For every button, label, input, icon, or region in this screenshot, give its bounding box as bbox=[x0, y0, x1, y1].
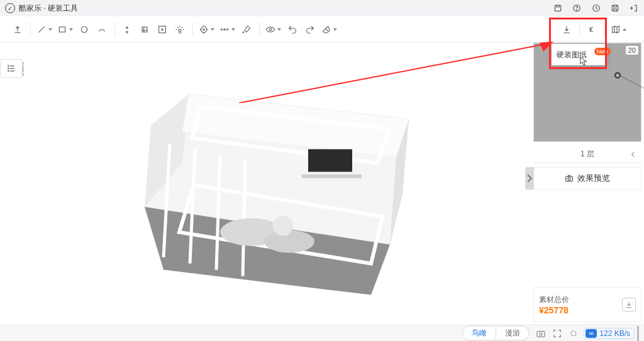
minimap-camera-icon bbox=[614, 72, 621, 78]
cursor-pointer-icon bbox=[580, 57, 587, 67]
view-mode-tabs: 鸟瞰 漫游 bbox=[462, 326, 530, 340]
left-panel-toggle[interactable] bbox=[0, 59, 23, 78]
drawings-map-icon[interactable] bbox=[608, 21, 629, 38]
download-icon[interactable] bbox=[558, 21, 575, 38]
material-cost-panel: 素材总价 ¥25778 bbox=[533, 287, 641, 322]
main-toolbar bbox=[0, 16, 644, 43]
svg-rect-36 bbox=[537, 331, 545, 337]
brush-tool-icon[interactable] bbox=[238, 21, 255, 38]
svg-point-16 bbox=[8, 68, 9, 68]
svg-point-9 bbox=[179, 29, 181, 31]
line-tool-icon[interactable] bbox=[34, 21, 55, 38]
svg-rect-4 bbox=[612, 5, 618, 11]
minimap-scale-badge: 20 bbox=[626, 46, 638, 55]
room-3d-render bbox=[119, 68, 434, 307]
svg-point-37 bbox=[540, 333, 542, 335]
svg-rect-0 bbox=[555, 5, 560, 11]
svg-rect-7 bbox=[159, 26, 166, 33]
app-title: 酷家乐 · 硬装工具 bbox=[19, 3, 78, 14]
render-preview-label: 效果预览 bbox=[577, 173, 610, 184]
locate-tool-icon[interactable] bbox=[196, 21, 217, 38]
arc-tool-icon[interactable] bbox=[93, 21, 111, 38]
chevron-right-icon bbox=[629, 150, 638, 159]
rect-tool-icon[interactable] bbox=[55, 21, 75, 38]
svg-point-8 bbox=[162, 28, 164, 30]
svg-point-33 bbox=[273, 215, 293, 235]
svg-point-10 bbox=[201, 26, 206, 32]
svg-rect-29 bbox=[308, 149, 352, 171]
network-icon: ∞ bbox=[586, 329, 597, 338]
status-bar: 鸟瞰 漫游 ∞ 122 KB/s bbox=[0, 325, 644, 341]
app-logo-icon: ✓ bbox=[5, 3, 15, 13]
camera-icon bbox=[565, 174, 574, 183]
3d-viewport[interactable] bbox=[24, 43, 530, 323]
redo-icon[interactable] bbox=[301, 21, 319, 38]
drawings-popup[interactable]: 硬装图纸 New bbox=[552, 44, 607, 65]
svg-point-2 bbox=[577, 10, 577, 11]
new-badge: New bbox=[594, 48, 611, 55]
cost-download-button[interactable] bbox=[622, 298, 636, 311]
right-panel-collapse-icon[interactable] bbox=[525, 167, 534, 190]
upload-icon[interactable] bbox=[9, 21, 26, 38]
svg-point-38 bbox=[571, 331, 576, 336]
region-tool-icon[interactable] bbox=[136, 21, 153, 38]
visibility-icon[interactable] bbox=[263, 21, 284, 38]
svg-point-11 bbox=[203, 28, 205, 30]
point-tool-icon[interactable] bbox=[118, 21, 136, 38]
zoom-slider-handle-icon[interactable] bbox=[569, 328, 579, 338]
slide-left-icon[interactable] bbox=[583, 21, 601, 38]
save-menu-icon[interactable] bbox=[553, 3, 564, 13]
focus-tool-icon[interactable] bbox=[153, 21, 171, 38]
render-preview-button[interactable]: 效果预览 bbox=[533, 167, 641, 190]
svg-point-15 bbox=[8, 65, 9, 66]
help-icon[interactable] bbox=[572, 3, 582, 13]
resize-handle[interactable] bbox=[637, 326, 639, 341]
undo-icon[interactable] bbox=[284, 21, 301, 38]
svg-point-35 bbox=[568, 178, 570, 180]
network-speed-value: 122 KB/s bbox=[599, 329, 630, 338]
fullscreen-icon[interactable] bbox=[552, 328, 562, 338]
tab-roam[interactable]: 漫游 bbox=[496, 326, 530, 340]
svg-point-17 bbox=[8, 70, 9, 71]
dimension-tool-icon[interactable] bbox=[217, 21, 238, 38]
cost-value: ¥25778 bbox=[539, 305, 622, 315]
network-speed: ∞ 122 KB/s bbox=[584, 328, 635, 339]
floor-label: 1 层 bbox=[580, 149, 594, 160]
tab-birdview[interactable]: 鸟瞰 bbox=[462, 326, 496, 340]
title-bar: ✓ 酷家乐 · 硬装工具 bbox=[0, 0, 644, 16]
svg-point-6 bbox=[81, 26, 87, 32]
save-icon[interactable] bbox=[610, 3, 620, 13]
svg-rect-30 bbox=[302, 174, 362, 178]
floor-selector[interactable]: 1 层 bbox=[533, 146, 641, 163]
screenshot-icon[interactable] bbox=[536, 328, 546, 338]
svg-point-12 bbox=[269, 28, 271, 30]
circle-tool-icon[interactable] bbox=[75, 21, 93, 38]
history-icon[interactable] bbox=[591, 3, 601, 13]
cost-label: 素材总价 bbox=[539, 295, 622, 305]
light-tool-icon[interactable] bbox=[171, 21, 189, 38]
svg-rect-34 bbox=[566, 176, 573, 181]
exit-icon[interactable] bbox=[629, 3, 639, 13]
svg-rect-5 bbox=[59, 27, 65, 32]
eraser-icon[interactable] bbox=[319, 21, 340, 38]
